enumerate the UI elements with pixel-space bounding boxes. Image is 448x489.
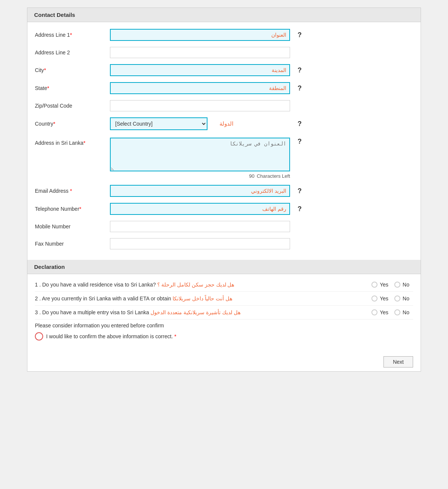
state-input-wrap [110,82,290,94]
city-required: * [44,67,46,73]
declaration-text-1: 1 . Do you have a valid residence visa t… [35,282,365,288]
q3-yes-label: Yes [380,309,388,315]
q2-radio-group: Yes No [371,296,413,302]
address1-input[interactable] [110,29,290,41]
q1-yes-label: Yes [380,282,388,288]
country-help-icon[interactable]: ? [298,120,307,128]
state-label: State* [35,85,110,91]
chars-left-label: Characters Left [257,173,290,179]
chars-left-count: 90 [249,173,254,179]
address1-input-wrap [110,29,290,41]
next-button[interactable]: Next [383,356,413,368]
declaration-text-3: 3 . Do you have a multiple entry visa to… [35,309,365,315]
email-required: * [70,188,72,194]
declaration-title: Declaration [34,264,65,270]
q3-text-ar: هل لديك تأشيرة سريلانكية متعددة الدخول [150,309,240,315]
telephone-required: * [79,206,81,212]
state-help-icon[interactable]: ? [298,84,307,92]
country-label: Country* [35,121,110,127]
form-container: Contact Details Address Line 1* ? Addres… [27,8,421,372]
address2-row: Address Line 2 [35,44,413,61]
mobile-label: Mobile Number [35,224,110,230]
fax-row: Fax Number [35,235,413,252]
zip-label: Zip/Postal Code [35,103,110,109]
country-select[interactable]: [Select Country] [110,117,207,130]
city-input-wrap [110,64,290,76]
chars-left-row: 90 Characters Left [110,173,290,179]
country-input-wrap: [Select Country] الدولة [110,117,290,130]
fax-input[interactable] [110,238,290,249]
email-row: Email Address * ? [35,182,413,200]
q1-yes-radio[interactable] [371,282,377,288]
telephone-help-icon[interactable]: ? [298,205,307,213]
address2-input[interactable] [110,47,290,58]
email-help-icon[interactable]: ? [298,187,307,195]
country-arabic-label: الدولة [219,120,233,127]
fax-label: Fax Number [35,241,110,247]
q1-number: 1 . [35,282,42,288]
declaration-text-2: 2 . Are you currently in Sri Lanka with … [35,296,365,302]
address1-help-icon[interactable]: ? [298,31,307,39]
fax-input-wrap [110,238,290,249]
address-sl-required: * [83,140,85,146]
address-sl-label: Address in Sri Lanka* [35,138,110,146]
q1-text-ar: هل لديك حجز سكن لكامل الرحلة ؟ [157,282,234,288]
state-input[interactable] [110,82,290,94]
city-label: City* [35,67,110,73]
email-label: Email Address * [35,188,110,194]
declaration-section: 1 . Do you have a valid residence visa t… [27,274,421,350]
q3-yes-radio[interactable] [371,309,377,315]
zip-row: Zip/Postal Code [35,97,413,114]
telephone-input-wrap [110,203,290,215]
confirm-required-star: * [174,333,176,339]
q1-radio-group: Yes No [371,282,413,288]
mobile-input[interactable] [110,221,290,232]
telephone-row: Telephone Number* ? [35,200,413,218]
q3-radio-group: Yes No [371,309,413,315]
declaration-note: Please consider information you entered … [35,320,413,330]
q3-text-en: Do you have a multiple entry visa to Sri… [42,309,149,315]
city-help-icon[interactable]: ? [298,66,307,74]
declaration-header: Declaration [27,260,421,274]
q1-text-en: Do you have a valid residence visa to Sr… [42,282,156,288]
contact-details-header: Contact Details [27,8,421,22]
state-required: * [47,85,49,91]
address1-label: Address Line 1* [35,32,110,38]
next-row: Next [27,350,421,371]
mobile-input-wrap [110,221,290,232]
q2-yes-radio[interactable] [371,296,377,302]
address-sl-help-icon[interactable]: ? [298,138,307,146]
country-row: Country* [Select Country] الدولة ? [35,114,413,133]
q2-no-radio[interactable] [394,296,400,302]
confirm-label: I would like to confirm the above inform… [46,333,176,339]
declaration-row-1: 1 . Do you have a valid residence visa t… [35,278,413,292]
email-input[interactable] [110,185,290,197]
q3-number: 3 . [35,309,42,315]
q3-no-radio[interactable] [394,309,400,315]
contact-form-body: Address Line 1* ? Address Line 2 City* [27,22,421,260]
telephone-label: Telephone Number* [35,206,110,212]
address1-required: * [70,32,72,38]
zip-input[interactable] [110,100,290,111]
contact-details-title: Contact Details [34,12,75,18]
q1-no-label: No [403,282,409,288]
confirm-checkbox-row: I would like to confirm the above inform… [35,330,413,343]
q2-text-en: Are you currently in Sri Lanka with a va… [42,296,171,302]
address1-row: Address Line 1* ? [35,26,413,44]
declaration-row-3: 3 . Do you have a multiple entry visa to… [35,306,413,320]
address2-label: Address Line 2 [35,50,110,56]
q3-no-label: No [403,309,409,315]
city-input[interactable] [110,64,290,76]
state-row: State* ? [35,79,413,97]
zip-input-wrap [110,100,290,111]
q1-no-radio[interactable] [394,282,400,288]
declaration-row-2: 2 . Are you currently in Sri Lanka with … [35,292,413,306]
address2-input-wrap [110,47,290,58]
mobile-row: Mobile Number [35,218,413,235]
address-sl-textarea[interactable] [110,138,290,171]
confirm-checkbox[interactable] [35,332,43,340]
telephone-input[interactable] [110,203,290,215]
q2-text-ar: هل أنت حالياً داخل سريلانكا [173,296,232,302]
q2-number: 2 . [35,296,42,302]
address-sl-row: Address in Sri Lanka* 90 Characters Left… [35,133,413,182]
